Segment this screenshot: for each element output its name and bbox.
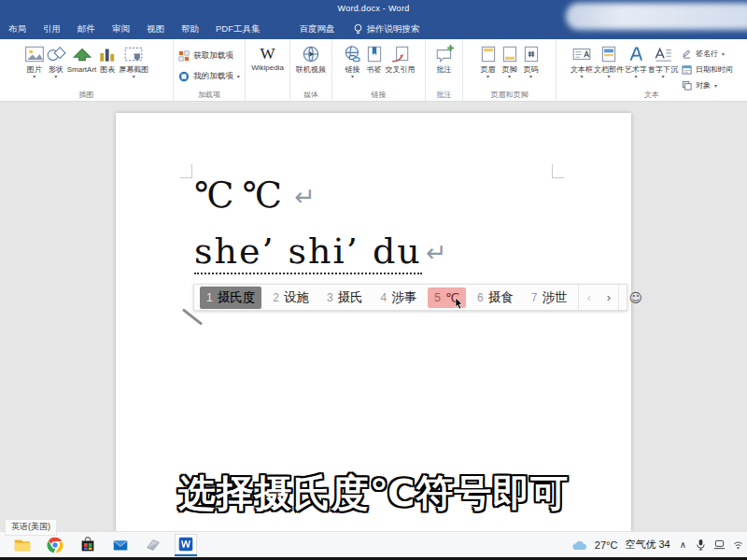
footer-icon: [500, 45, 520, 63]
ime-candidate-2[interactable]: 2设施: [266, 287, 316, 309]
ime-candidate-6[interactable]: 6摄食: [471, 287, 520, 309]
ime-emoji-button[interactable]: ☺: [618, 285, 650, 310]
comment-label: 批注: [437, 65, 452, 74]
picture-label: 图片: [27, 65, 42, 79]
pinyin-composition: she’ shi’ du: [194, 231, 422, 274]
my-addins-button[interactable]: 我的加载项 ▾: [178, 69, 240, 83]
signature-line-button[interactable]: 签名行 ▾: [682, 47, 733, 61]
link-button[interactable]: 链接: [343, 43, 363, 79]
taskbar-chrome[interactable]: [44, 534, 66, 556]
text-box-icon: [571, 45, 592, 63]
page-number-button[interactable]: 页码: [521, 43, 542, 79]
candidate-text: 涉事: [391, 289, 416, 306]
tab-layout[interactable]: 布局: [0, 19, 35, 39]
picture-button[interactable]: 图片: [24, 43, 45, 79]
blurred-account-region: [566, 3, 747, 30]
chart-icon: [97, 45, 118, 63]
candidate-number: 5: [434, 291, 441, 304]
get-addins-button[interactable]: 获取加载项: [178, 49, 240, 63]
ime-candidate-7[interactable]: 7涉世: [525, 287, 574, 309]
margin-crop-mark-left: [180, 164, 192, 178]
ime-candidate-3[interactable]: 3摄氏: [320, 287, 370, 309]
keyboard-icon[interactable]: [713, 539, 726, 550]
candidate-text: 摄氏: [338, 289, 363, 306]
lightbulb-icon: [353, 23, 363, 35]
group-wikipedia: W Wikipedia: [246, 39, 290, 101]
tell-me-label: 操作说明搜索: [367, 23, 420, 35]
ribbon-insert: 图片 形状 SmartArt 图表 屏幕截图 插图: [0, 39, 747, 102]
taskbar-word-active[interactable]: [175, 534, 197, 556]
ime-next-page-button[interactable]: ›: [599, 290, 618, 304]
tray-temperature[interactable]: 27°C: [595, 539, 618, 551]
store-icon: [78, 536, 97, 554]
taskbar-mail[interactable]: [109, 534, 132, 556]
wikipedia-button[interactable]: W Wikipedia: [251, 43, 284, 72]
get-addins-icon: [178, 50, 190, 62]
tab-pdf-tools[interactable]: PDF工具集: [207, 19, 269, 39]
microphone-icon[interactable]: [696, 539, 706, 551]
quick-parts-button[interactable]: 文档部件: [594, 43, 624, 79]
shapes-label: 形状: [49, 65, 63, 79]
cross-reference-icon: [390, 45, 411, 63]
taskbar-notebook-app[interactable]: [142, 534, 164, 556]
group-media: 联机视频 媒体: [290, 39, 332, 101]
group-label-media: 媒体: [290, 90, 331, 100]
footer-button[interactable]: 页脚: [500, 43, 520, 79]
page-number-icon: [521, 45, 542, 63]
screenshot-button[interactable]: 屏幕截图: [119, 43, 148, 79]
wordart-label: 艺术字: [625, 65, 647, 79]
candidate-text: 摄氏度: [218, 289, 256, 306]
ime-prev-page-button[interactable]: ‹: [579, 290, 599, 304]
online-video-button[interactable]: 联机视频: [296, 43, 326, 74]
tray-expand-button[interactable]: ∧: [678, 539, 688, 550]
ime-candidate-4[interactable]: 4涉事: [374, 287, 424, 309]
ime-candidate-1[interactable]: 1摄氏度: [200, 287, 261, 309]
group-comments: 批注 批注: [426, 39, 463, 101]
group-text: 文本框 文档部件 艺术字 首字下沉 签名行 ▾: [557, 39, 747, 101]
cross-reference-button[interactable]: 交叉引用: [386, 43, 416, 74]
smartart-icon: [72, 45, 92, 63]
mail-icon: [111, 536, 130, 554]
chrome-icon: [46, 536, 64, 554]
taskbar-store[interactable]: [77, 534, 99, 556]
tab-review[interactable]: 审阅: [104, 19, 138, 39]
taskbar-file-explorer[interactable]: [11, 534, 34, 556]
tab-view[interactable]: 视图: [138, 19, 173, 39]
header-button[interactable]: 页眉: [478, 43, 499, 79]
network-icon[interactable]: [733, 539, 743, 550]
group-label-text: 文本: [557, 90, 747, 100]
date-time-button[interactable]: 日期和时间: [682, 63, 733, 77]
tab-mailings[interactable]: 邮件: [69, 19, 104, 39]
notebook-icon: [144, 536, 162, 554]
chart-button[interactable]: 图表: [97, 43, 118, 74]
tab-help[interactable]: 帮助: [173, 19, 207, 39]
bookmark-button[interactable]: 书签: [364, 43, 385, 74]
shapes-button[interactable]: 形状: [46, 43, 66, 79]
smartart-label: SmartArt: [67, 65, 97, 74]
tab-baidu-netdisk[interactable]: 百度网盘: [291, 19, 344, 39]
candidate-number: 4: [381, 291, 388, 304]
wordart-button[interactable]: 艺术字: [625, 43, 647, 79]
screen: Word.docx - Word 布局 引用 邮件 审阅 视图 帮助 PDF工具…: [0, 0, 747, 560]
tab-references[interactable]: 引用: [35, 19, 69, 39]
comment-icon: [434, 45, 455, 63]
candidate-number: 7: [531, 291, 538, 304]
group-label-addins: 加载项: [174, 90, 245, 100]
link-label: 链接: [345, 65, 361, 79]
text-box-label: 文本框: [571, 65, 593, 79]
bookmark-icon: [364, 45, 385, 63]
drop-cap-button[interactable]: 首字下沉: [648, 43, 678, 79]
text-box-button[interactable]: 文本框: [571, 43, 593, 79]
comment-button[interactable]: 批注: [434, 43, 455, 74]
header-icon: [478, 45, 499, 63]
header-label: 页眉: [481, 65, 496, 79]
group-label-illustrations: 插图: [0, 90, 173, 100]
candidate-text: 涉世: [542, 289, 567, 306]
signature-line-icon: [682, 49, 692, 59]
smartart-button[interactable]: SmartArt: [67, 43, 97, 74]
tray-air-quality[interactable]: 空气优 34: [625, 538, 669, 552]
tell-me-search[interactable]: 操作说明搜索: [353, 23, 420, 35]
ime-candidate-5-hovered[interactable]: 5℃: [428, 287, 466, 308]
ime-pagination: ‹ ›: [578, 285, 618, 310]
ime-candidate-bar: 1摄氏度 2设施 3摄氏 4涉事 5℃ 6摄食 7涉世 ‹ › ☺: [193, 284, 627, 311]
